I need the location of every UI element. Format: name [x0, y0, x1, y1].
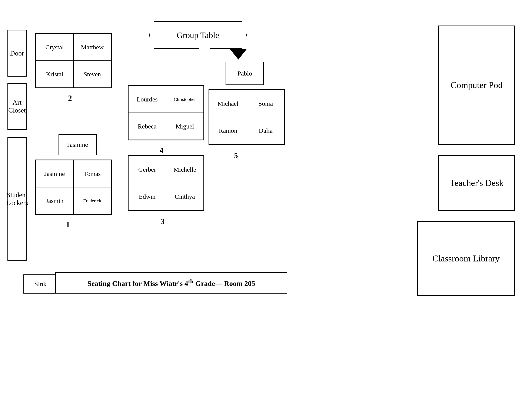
desk-rebeca: Rebeca	[128, 113, 166, 140]
classroom-layout: Door Art Closet Student Lockers Sink Com…	[0, 0, 532, 411]
desk-miguel: Miguel	[166, 113, 204, 140]
desk-michelle: Michelle	[166, 156, 204, 183]
group-4-desks: Lourdes Christopher Rebeca Miguel	[128, 85, 204, 140]
desk-steven: Steven	[73, 61, 111, 88]
desk-jasmine: Jasmine	[36, 160, 73, 187]
door-label: Door	[8, 30, 27, 77]
desk-jasmin: Jasmin	[36, 187, 73, 214]
desk-christopher: Christopher	[166, 86, 204, 113]
desk-gerber: Gerber	[128, 156, 166, 183]
desk-tomas: Tomas	[73, 160, 111, 187]
desk-michael: Michael	[209, 90, 247, 117]
group-2-number: 2	[68, 93, 72, 103]
desk-edwin: Edwin	[128, 183, 166, 210]
desk-kristal: Kristal	[36, 61, 73, 88]
student-lockers-label: Student Lockers	[8, 137, 27, 261]
desk-cinthya: Cinthya	[166, 183, 204, 210]
desk-jasmine-single: Jasmine	[58, 134, 97, 155]
teachers-desk-label: Teacher's Desk	[438, 155, 515, 211]
computer-pod-label: Computer Pod	[438, 26, 515, 145]
desk-frederick: Frederick	[73, 187, 111, 214]
desk-lourdes: Lourdes	[128, 86, 166, 113]
desk-matthew: Matthew	[73, 34, 111, 61]
group-1-number: 1	[66, 220, 70, 229]
group-4-number: 4	[160, 146, 163, 155]
desk-dalia: Dalia	[247, 117, 285, 144]
group-5-number: 5	[234, 151, 238, 160]
desk-pablo: Pablo	[226, 62, 264, 85]
group-2-desks: Crystal Matthew Kristal Steven	[35, 33, 112, 88]
group-3-desks: Gerber Michelle Edwin Cinthya	[128, 155, 204, 211]
art-closet-label: Art Closet	[8, 83, 27, 130]
chart-title: Seating Chart for Miss Wiatr's 4th Grade…	[55, 272, 287, 294]
desk-sonia: Sonia	[247, 90, 285, 117]
desk-ramon: Ramon	[209, 117, 247, 144]
group-1-desks: Jasmine Tomas Jasmin Frederick	[35, 159, 112, 215]
group-table-area: Group Table	[149, 21, 247, 60]
classroom-library-label: Classroom Library	[417, 221, 515, 296]
group-5-desks: Michael Sonia Ramon Dalia	[209, 89, 285, 145]
group-3-number: 3	[161, 217, 164, 226]
sink-label: Sink	[23, 274, 57, 294]
desk-crystal: Crystal	[36, 34, 73, 61]
